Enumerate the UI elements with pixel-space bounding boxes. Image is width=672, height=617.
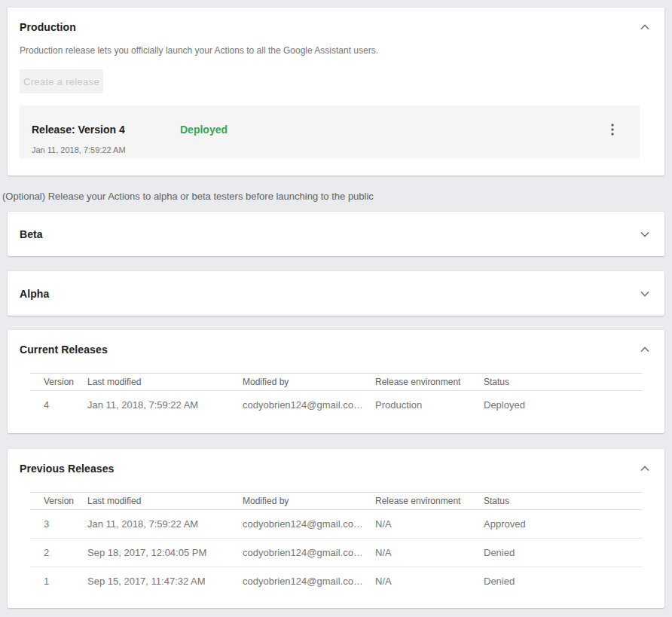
column-header-status: Status xyxy=(470,374,643,391)
chevron-down-icon[interactable] xyxy=(636,288,654,300)
cell-modified-by: codyobrien124@gmail.co… xyxy=(229,567,362,596)
column-header-last-modified: Last modified xyxy=(74,374,229,391)
releases-page: Production Production release lets you o… xyxy=(0,0,672,608)
cell-last-modified: Jan 11, 2018, 7:59:22 AM xyxy=(74,391,229,420)
create-release-button[interactable]: Create a release xyxy=(20,69,103,93)
cell-version: 2 xyxy=(30,539,74,567)
cell-status: Denied xyxy=(470,539,643,567)
production-title: Production xyxy=(20,21,76,33)
column-header-last-modified: Last modified xyxy=(74,493,229,510)
cell-status: Approved xyxy=(470,510,643,539)
production-section-header[interactable]: Production xyxy=(20,8,652,33)
table-row: 4 Jan 11, 2018, 7:59:22 AM codyobrien124… xyxy=(30,391,643,420)
cell-modified-by: codyobrien124@gmail.co… xyxy=(229,391,362,420)
current-releases-table: Version Last modified Modified by Releas… xyxy=(30,373,643,420)
cell-last-modified: Sep 15, 2017, 11:47:32 AM xyxy=(74,567,229,596)
previous-releases-title: Previous Releases xyxy=(20,463,114,475)
previous-releases-header[interactable]: Previous Releases xyxy=(20,449,652,475)
table-row: 3 Jan 11, 2018, 7:59:22 AM codyobrien124… xyxy=(30,510,643,539)
beta-section-header[interactable]: Beta xyxy=(8,212,664,256)
column-header-release-environment: Release environment xyxy=(362,374,470,391)
cell-status: Deployed xyxy=(470,391,643,420)
kebab-menu-icon[interactable] xyxy=(603,121,622,139)
alpha-section-header[interactable]: Alpha xyxy=(8,271,664,316)
column-header-status: Status xyxy=(470,493,643,510)
chevron-down-icon[interactable] xyxy=(636,228,654,240)
cell-status: Denied xyxy=(470,567,643,596)
table-header-row: Version Last modified Modified by Releas… xyxy=(30,374,643,391)
chevron-up-icon[interactable] xyxy=(636,21,654,33)
cell-release-environment: Production xyxy=(362,391,470,420)
release-title: Release: Version 4 xyxy=(32,124,180,136)
cell-last-modified: Sep 18, 2017, 12:04:05 PM xyxy=(74,539,229,567)
current-releases-section: Current Releases Version Last modified M… xyxy=(8,330,664,433)
production-release-card: Release: Version 4 Deployed Jan 11, 2018… xyxy=(20,105,640,159)
previous-releases-table: Version Last modified Modified by Releas… xyxy=(30,492,643,596)
column-header-version: Version xyxy=(30,374,74,391)
column-header-modified-by: Modified by xyxy=(229,374,362,391)
column-header-version: Version xyxy=(30,493,74,510)
table-row: 1 Sep 15, 2017, 11:47:32 AM codyobrien12… xyxy=(30,567,643,596)
cell-version: 1 xyxy=(30,567,74,596)
table-row: 2 Sep 18, 2017, 12:04:05 PM codyobrien12… xyxy=(30,539,643,567)
production-section: Production Production release lets you o… xyxy=(8,8,664,176)
chevron-up-icon[interactable] xyxy=(636,463,654,475)
release-status-badge: Deployed xyxy=(180,124,228,136)
cell-release-environment: N/A xyxy=(362,510,470,539)
cell-release-environment: N/A xyxy=(362,539,470,567)
current-releases-title: Current Releases xyxy=(20,344,108,356)
cell-release-environment: N/A xyxy=(362,567,470,596)
beta-title: Beta xyxy=(20,228,43,240)
production-description: Production release lets you officially l… xyxy=(20,45,652,56)
optional-note: (Optional) Release your Actions to alpha… xyxy=(2,191,664,203)
cell-version: 4 xyxy=(30,391,74,420)
column-header-release-environment: Release environment xyxy=(362,493,470,510)
column-header-modified-by: Modified by xyxy=(229,493,362,510)
current-releases-header[interactable]: Current Releases xyxy=(20,330,652,356)
alpha-title: Alpha xyxy=(20,288,49,300)
cell-last-modified: Jan 11, 2018, 7:59:22 AM xyxy=(74,510,229,539)
table-header-row: Version Last modified Modified by Releas… xyxy=(30,493,643,510)
chevron-up-icon[interactable] xyxy=(636,344,654,356)
release-date: Jan 11, 2018, 7:59:22 AM xyxy=(32,145,628,155)
cell-modified-by: codyobrien124@gmail.co… xyxy=(229,539,362,567)
previous-releases-section: Previous Releases Version Last modified … xyxy=(8,449,664,608)
cell-version: 3 xyxy=(30,510,74,539)
cell-modified-by: codyobrien124@gmail.co… xyxy=(229,510,362,539)
